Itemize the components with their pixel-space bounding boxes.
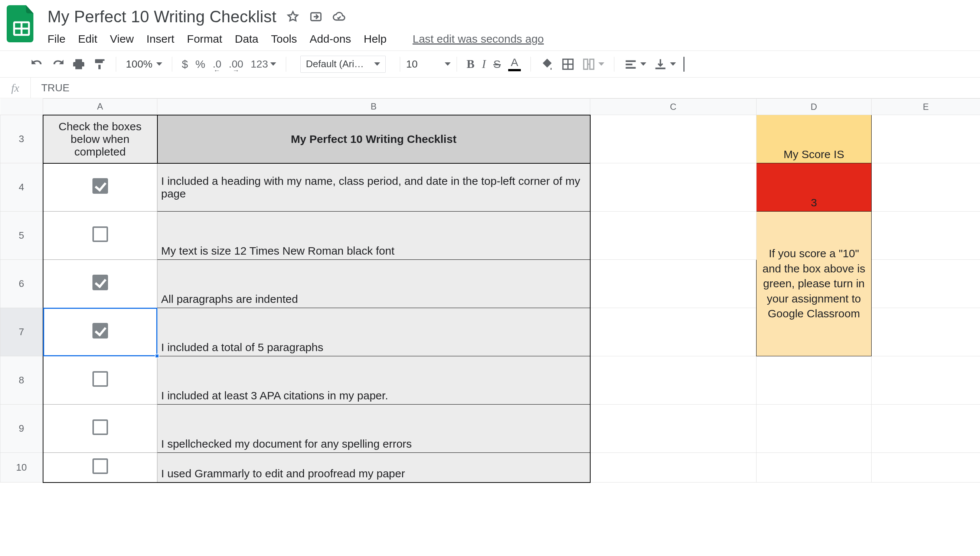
cloud-saved-icon[interactable] [332,10,346,23]
menu-insert[interactable]: Insert [147,33,175,45]
italic-button[interactable]: I [478,55,490,73]
document-title[interactable]: My Perfect 10 Writing Checklist [47,7,277,26]
chevron-down-icon [156,62,162,66]
cell-e9[interactable] [872,404,980,453]
cell-b7[interactable]: I included a total of 5 paragraphs [157,308,590,356]
cell-e4[interactable] [872,163,980,212]
cell-d3-score-label[interactable]: My Score IS [757,115,872,163]
horizontal-align-dropdown[interactable] [620,55,650,73]
cell-c5[interactable] [590,212,757,260]
cell-d5-note[interactable]: If you score a "10" and the box above is… [757,212,872,356]
cell-e3[interactable] [872,115,980,163]
undo-icon[interactable] [27,55,47,73]
spreadsheet-grid[interactable]: A B C D E 3 Check the boxes below when c… [0,99,980,483]
menu-addons[interactable]: Add-ons [310,33,351,45]
cell-b5[interactable]: My text is size 12 Times New Roman black… [157,212,590,260]
bold-button[interactable]: B [463,55,478,73]
cell-c7[interactable] [590,308,757,356]
cell-c3[interactable] [590,115,757,163]
row-header[interactable]: 4 [0,163,43,212]
format-percent-button[interactable]: % [192,55,209,73]
vertical-align-dropdown[interactable] [650,55,680,73]
cell-e10[interactable] [872,453,980,483]
last-edit-link[interactable]: Last edit was seconds ago [412,33,544,45]
cell-a5-checkbox[interactable] [43,212,157,260]
cell-a4-checkbox[interactable] [43,163,157,212]
font-size-dropdown[interactable]: 10 [406,56,451,73]
cell-b10[interactable]: I used Grammarly to edit and proofread m… [157,453,590,483]
format-currency-button[interactable]: $ [178,55,192,73]
cell-c9[interactable] [590,404,757,453]
borders-button[interactable] [558,55,578,73]
column-header-a[interactable]: A [43,99,157,115]
formula-bar: fx TRUE [0,78,980,99]
menu-format[interactable]: Format [187,33,222,45]
cell-a6-checkbox[interactable] [43,260,157,308]
menu-data[interactable]: Data [235,33,258,45]
cell-d8[interactable] [757,356,872,404]
cell-d9[interactable] [757,404,872,453]
cell-d10[interactable] [757,453,872,483]
checkbox-icon [92,458,108,474]
row-header[interactable]: 8 [0,356,43,404]
row-header[interactable]: 3 [0,115,43,163]
cell-b3[interactable]: My Perfect 10 Writing Checklist [157,115,590,163]
menu-view[interactable]: View [110,33,134,45]
checkbox-icon [92,226,108,242]
cell-e6[interactable] [872,260,980,308]
column-header-e[interactable]: E [872,99,980,115]
fill-color-button[interactable] [537,55,558,73]
paint-format-icon[interactable] [89,55,110,73]
svg-rect-7 [584,59,588,69]
cell-a10-checkbox[interactable] [43,453,157,483]
checkbox-icon [92,275,108,290]
select-all-corner[interactable] [0,99,43,115]
column-header-c[interactable]: C [590,99,757,115]
text-color-button[interactable]: A [505,55,524,73]
star-icon[interactable] [286,10,299,23]
row-header[interactable]: 5 [0,212,43,260]
font-family-dropdown[interactable]: Default (Ari… [300,56,386,73]
chevron-down-icon [374,62,380,66]
zoom-dropdown[interactable]: 100% [122,58,166,70]
formula-input[interactable]: TRUE [31,82,70,94]
checkbox-icon [92,178,108,194]
decrease-decimal-button[interactable]: .0← [209,55,225,73]
selection-handle[interactable] [155,354,159,358]
cell-a3[interactable]: Check the boxes below when completed [43,115,157,163]
move-icon[interactable] [309,10,323,23]
merge-cells-dropdown[interactable] [578,55,608,73]
cell-c4[interactable] [590,163,757,212]
cell-a7-checkbox-selected[interactable] [43,308,157,356]
number-format-dropdown[interactable]: 123 [247,55,280,73]
row-header[interactable]: 6 [0,260,43,308]
cell-c10[interactable] [590,453,757,483]
redo-icon[interactable] [47,55,68,73]
cell-c6[interactable] [590,260,757,308]
cell-c8[interactable] [590,356,757,404]
cell-b9[interactable]: I spellchecked my document for any spell… [157,404,590,453]
toolbar-overflow-divider [680,55,684,73]
cell-a8-checkbox[interactable] [43,356,157,404]
cell-b6[interactable]: All paragraphs are indented [157,260,590,308]
row-header[interactable]: 9 [0,404,43,453]
cell-b8[interactable]: I included at least 3 APA citations in m… [157,356,590,404]
print-icon[interactable] [68,55,89,73]
row-header[interactable]: 7 [0,308,43,356]
cell-d4-score-value[interactable]: 3 [757,163,872,212]
cell-e8[interactable] [872,356,980,404]
strikethrough-button[interactable]: S [490,55,505,73]
menu-help[interactable]: Help [364,33,387,45]
cell-b4[interactable]: I included a heading with my name, class… [157,163,590,212]
cell-e7[interactable] [872,308,980,356]
cell-a9-checkbox[interactable] [43,404,157,453]
menu-file[interactable]: File [47,33,65,45]
menu-tools[interactable]: Tools [271,33,297,45]
fx-label: fx [0,82,31,94]
column-header-d[interactable]: D [757,99,872,115]
row-header[interactable]: 10 [0,453,43,483]
increase-decimal-button[interactable]: .00→ [225,55,247,73]
column-header-b[interactable]: B [157,99,590,115]
cell-e5[interactable] [872,212,980,260]
menu-edit[interactable]: Edit [78,33,97,45]
